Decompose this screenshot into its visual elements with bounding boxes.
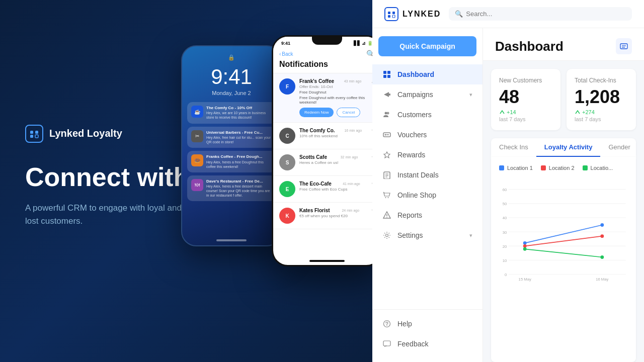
svg-line-25 — [383, 192, 384, 193]
chart-area: Location 1 Location 2 Locatio... 60 — [491, 157, 636, 362]
avatar: S — [279, 154, 295, 170]
tab-loyalty-activity[interactable]: Loyalty Activity — [536, 138, 601, 157]
notif-icon: ✂ — [191, 130, 203, 142]
main-area: Quick Campaign Dashboard — [372, 28, 644, 362]
logo: LYNKED — [384, 7, 441, 21]
feedback-label: Feedback — [397, 340, 472, 348]
svg-point-51 — [600, 223, 604, 227]
search-bar[interactable]: 🔍 — [449, 7, 632, 21]
list-item: 🍽 Dave's Restaurant - Free De... Hey Ale… — [187, 175, 276, 202]
svg-rect-8 — [383, 71, 386, 74]
right-panel: LYNKED 🔍 Quick Campaign Dashboard — [372, 0, 644, 362]
svg-text:60: 60 — [503, 188, 507, 192]
avatar: F — [279, 78, 295, 95]
legend-label: Location 2 — [549, 165, 575, 171]
list-item: E The Eco-Cafe 41 min ago ∨ Free Coffee … — [273, 176, 372, 203]
sidebar-item-vouchers[interactable]: Vouchers — [372, 125, 482, 145]
svg-point-14 — [387, 112, 389, 115]
phones-container: 🔒 9:41 Monday, June 2 ☕ The Comfy Co - 1… — [171, 35, 372, 327]
campaigns-label: Campaigns — [397, 90, 463, 99]
phone-front: 9:41 ▋▋ ⊿ 🔋 ‹Back 🔍 Notifications F — [272, 35, 372, 266]
list-item: C The Comfy Co. 16 min ago ∨ 10% off thi… — [273, 123, 372, 149]
svg-rect-33 — [620, 44, 627, 49]
dashboard-content: Dashboard New Customers 48 +14 — [483, 28, 644, 362]
tab-check-ins[interactable]: Check Ins — [491, 138, 536, 157]
instant-deals-label: Instant Deals — [397, 171, 472, 179]
instant-deals-icon — [382, 170, 391, 179]
vouchers-icon — [382, 130, 391, 139]
home-indicator — [309, 260, 345, 262]
svg-text:50: 50 — [503, 202, 507, 206]
stat-card-new-customers: New Customers 48 +14 last 7 days — [491, 69, 560, 130]
notification-list: F Frank's Coffee 43 min ago ∧ Offer Ends… — [273, 73, 372, 261]
back-button[interactable]: ‹Back — [279, 51, 293, 57]
help-icon — [382, 319, 391, 328]
sidebar-item-reports[interactable]: Reports — [372, 205, 482, 225]
page-title: Dashboard — [495, 39, 564, 54]
svg-point-24 — [388, 197, 389, 198]
stat-label: Total Check-Ins — [575, 77, 628, 84]
stat-label: New Customers — [499, 77, 552, 84]
settings-label: Settings — [397, 231, 463, 239]
tab-gender[interactable]: Gender — [600, 138, 636, 157]
legend-location2: Location 2 — [541, 165, 575, 171]
legend-location1: Location 1 — [499, 165, 533, 171]
svg-point-50 — [523, 241, 527, 245]
search-input[interactable] — [466, 10, 626, 18]
svg-text:40: 40 — [503, 216, 507, 220]
notif-icon: ☕ — [191, 106, 203, 118]
legend-dot — [499, 165, 504, 170]
sidebar: Quick Campaign Dashboard — [372, 28, 483, 362]
svg-text:0: 0 — [505, 273, 507, 277]
svg-rect-2 — [30, 135, 33, 138]
legend-label: Locatio... — [591, 165, 613, 171]
customers-label: Customers — [397, 111, 472, 119]
campaigns-icon — [382, 90, 391, 99]
svg-point-29 — [386, 234, 388, 237]
customers-icon — [382, 110, 391, 119]
svg-rect-1 — [35, 131, 38, 134]
sidebar-item-feedback[interactable]: Feedback — [372, 334, 482, 354]
svg-point-23 — [385, 197, 386, 198]
sidebar-item-instant-deals[interactable]: Instant Deals — [372, 165, 482, 185]
svg-rect-3 — [35, 135, 38, 138]
search-icon: 🔍 — [455, 10, 463, 18]
sidebar-item-help[interactable]: Help — [372, 314, 482, 334]
dashboard-header: Dashboard — [483, 28, 644, 61]
svg-text:10: 10 — [503, 258, 507, 263]
avatar: K — [279, 208, 295, 224]
legend-dot — [541, 165, 546, 170]
reports-label: Reports — [397, 211, 472, 219]
rewards-label: Rewards — [397, 151, 472, 159]
list-item: ✂ Universal Barbers - Free Cu... Hey Ale… — [187, 127, 276, 148]
phone-back: 🔒 9:41 Monday, June 2 ☕ The Comfy Co - 1… — [181, 45, 282, 246]
svg-point-16 — [385, 134, 386, 136]
sidebar-item-settings[interactable]: Settings ▾ — [372, 225, 482, 245]
sidebar-item-campaigns[interactable]: Campaigns ▾ — [372, 84, 482, 105]
legend-location3: Locatio... — [583, 165, 613, 171]
sidebar-item-online-shop[interactable]: Online Shop — [372, 185, 482, 205]
chevron-down-icon: ▾ — [469, 92, 472, 98]
rewards-icon — [382, 150, 391, 159]
logo-text: LYNKED — [403, 10, 441, 19]
svg-rect-9 — [387, 71, 390, 74]
quick-campaign-button[interactable]: Quick Campaign — [378, 36, 476, 56]
sidebar-item-customers[interactable]: Customers — [372, 105, 482, 125]
phone-notch — [312, 37, 342, 45]
svg-rect-6 — [388, 15, 390, 18]
left-panel: Lynked Loyalty Connect with customers A … — [0, 0, 372, 362]
sidebar-item-dashboard[interactable]: Dashboard — [372, 64, 482, 84]
redeem-button[interactable]: Redeem Now — [299, 108, 334, 117]
online-shop-icon — [382, 191, 391, 200]
sidebar-item-rewards[interactable]: Rewards — [372, 145, 482, 165]
dashboard-export-icon[interactable] — [616, 38, 632, 54]
avatar: C — [279, 128, 295, 144]
stat-value: 48 — [499, 88, 552, 106]
tabs-row: Check Ins Loyalty Activity Gender — [491, 138, 636, 157]
cancel-button[interactable]: Cancel — [337, 108, 360, 117]
dashboard-icon — [382, 70, 391, 79]
brand-icon — [25, 125, 43, 143]
stats-row: New Customers 48 +14 last 7 days Total C… — [483, 61, 644, 138]
svg-rect-10 — [383, 75, 386, 78]
stat-change: +274 — [575, 109, 628, 115]
